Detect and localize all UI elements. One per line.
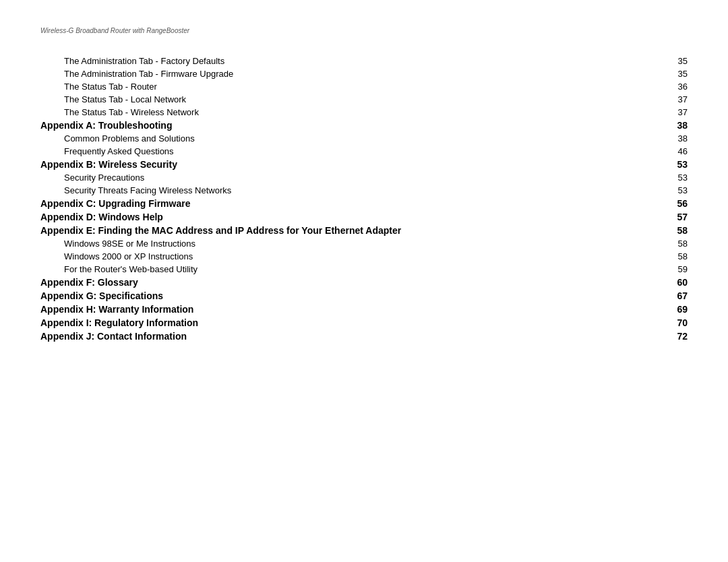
toc-entry-text: Appendix C: Upgrading Firmware — [40, 197, 658, 210]
toc-row: The Status Tab - Router36 — [40, 80, 688, 93]
toc-table: The Administration Tab - Factory Default… — [40, 55, 688, 343]
toc-row: Appendix A: Troubleshooting38 — [40, 119, 688, 132]
toc-entry-text: The Status Tab - Wireless Network — [40, 106, 658, 119]
toc-entry-page: 67 — [658, 289, 688, 303]
toc-entry-page: 58 — [658, 224, 688, 237]
toc-row: Appendix I: Regulatory Information70 — [40, 316, 688, 330]
toc-entry-page: 53 — [658, 184, 688, 197]
toc-entry-text: Appendix G: Specifications — [40, 289, 658, 303]
toc-entry-text: Security Threats Facing Wireless Network… — [40, 184, 658, 197]
toc-row: Appendix J: Contact Information72 — [40, 330, 688, 343]
toc-entry-text: Appendix H: Warranty Information — [40, 303, 658, 316]
toc-row: Appendix D: Windows Help57 — [40, 210, 688, 224]
toc-entry-text: The Administration Tab - Firmware Upgrad… — [40, 67, 658, 80]
page-header: Wireless-G Broadband Router with RangeBo… — [40, 27, 688, 34]
toc-row: Appendix G: Specifications67 — [40, 289, 688, 303]
toc-entry-page: 38 — [658, 132, 688, 145]
toc-entry-text: The Status Tab - Local Network — [40, 93, 658, 106]
toc-entry-text: Appendix A: Troubleshooting — [40, 119, 658, 132]
toc-entry-page: 38 — [658, 119, 688, 132]
toc-entry-text: For the Router's Web-based Utility — [40, 263, 658, 276]
toc-entry-page: 72 — [658, 330, 688, 343]
toc-row: Windows 98SE or Me Instructions58 — [40, 237, 688, 250]
toc-entry-page: 35 — [658, 55, 688, 67]
toc-entry-text: The Status Tab - Router — [40, 80, 658, 93]
toc-row: Common Problems and Solutions38 — [40, 132, 688, 145]
toc-row: Appendix B: Wireless Security53 — [40, 158, 688, 171]
toc-entry-page: 37 — [658, 106, 688, 119]
toc-entry-page: 58 — [658, 237, 688, 250]
toc-entry-page: 53 — [658, 158, 688, 171]
toc-row: Appendix H: Warranty Information69 — [40, 303, 688, 316]
toc-row: Appendix F: Glossary60 — [40, 276, 688, 289]
toc-entry-page: 35 — [658, 67, 688, 80]
toc-entry-text: Frequently Asked Questions — [40, 145, 658, 158]
toc-row: Frequently Asked Questions46 — [40, 145, 688, 158]
toc-entry-text: Appendix F: Glossary — [40, 276, 658, 289]
toc-row: Security Precautions53 — [40, 171, 688, 184]
toc-entry-text: Appendix D: Windows Help — [40, 210, 658, 224]
toc-entry-page: 36 — [658, 80, 688, 93]
page-container: Wireless-G Broadband Router with RangeBo… — [0, 0, 728, 370]
toc-entry-text: Windows 2000 or XP Instructions — [40, 250, 658, 263]
toc-entry-page: 56 — [658, 197, 688, 210]
toc-entry-page: 46 — [658, 145, 688, 158]
toc-entry-page: 57 — [658, 210, 688, 224]
toc-row: Security Threats Facing Wireless Network… — [40, 184, 688, 197]
toc-entry-text: The Administration Tab - Factory Default… — [40, 55, 658, 67]
toc-row: Appendix E: Finding the MAC Address and … — [40, 224, 688, 237]
toc-row: The Administration Tab - Firmware Upgrad… — [40, 67, 688, 80]
toc-entry-page: 58 — [658, 250, 688, 263]
toc-entry-text: Appendix J: Contact Information — [40, 330, 658, 343]
toc-entry-page: 37 — [658, 93, 688, 106]
toc-entry-text: Windows 98SE or Me Instructions — [40, 237, 658, 250]
toc-entry-page: 70 — [658, 316, 688, 330]
toc-row: The Status Tab - Local Network37 — [40, 93, 688, 106]
toc-entry-page: 59 — [658, 263, 688, 276]
toc-entry-page: 60 — [658, 276, 688, 289]
toc-entry-text: Appendix E: Finding the MAC Address and … — [40, 224, 658, 237]
toc-row: For the Router's Web-based Utility59 — [40, 263, 688, 276]
toc-row: The Status Tab - Wireless Network37 — [40, 106, 688, 119]
toc-entry-text: Appendix B: Wireless Security — [40, 158, 658, 171]
toc-row: Windows 2000 or XP Instructions58 — [40, 250, 688, 263]
toc-entry-text: Appendix I: Regulatory Information — [40, 316, 658, 330]
toc-entry-page: 53 — [658, 171, 688, 184]
toc-row: The Administration Tab - Factory Default… — [40, 55, 688, 67]
toc-row: Appendix C: Upgrading Firmware56 — [40, 197, 688, 210]
toc-entry-page: 69 — [658, 303, 688, 316]
toc-entry-text: Security Precautions — [40, 171, 658, 184]
toc-entry-text: Common Problems and Solutions — [40, 132, 658, 145]
